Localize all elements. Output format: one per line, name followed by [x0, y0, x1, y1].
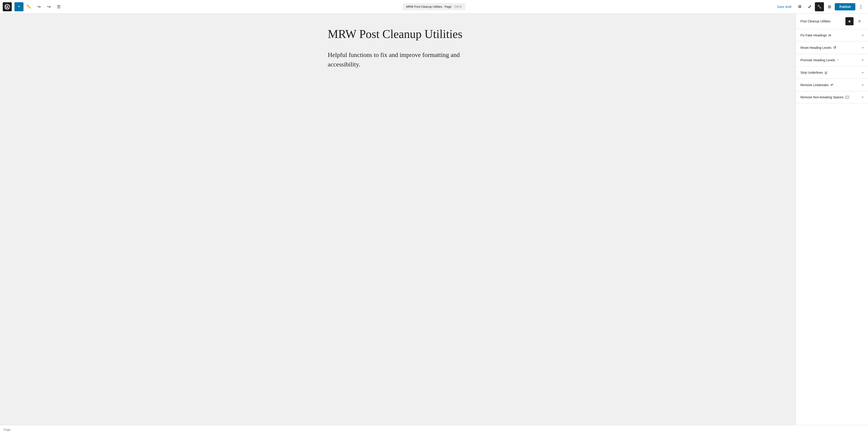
star-icon: ★ [848, 19, 851, 24]
accordion-label-group: Remove Non-breaking Spaces □ [800, 95, 849, 99]
accordion-item-remove-linebreaks: Remove Linebreaks ↵ ▾ [796, 79, 868, 91]
accordion-header-strip-underlines[interactable]: Strip Underlines U ▾ [796, 66, 868, 79]
accordion-header-remove-nonbreaking-spaces[interactable]: Remove Non-breaking Spaces □ ▾ [796, 91, 868, 103]
reset-icon: ↺ [833, 45, 836, 50]
sidebar-panel: Post Cleanup Utilities ★ ✕ Fix Fake Head… [796, 13, 868, 425]
accordion-header-promote-heading-levels[interactable]: Promote Heading Levels ↑ ▾ [796, 54, 868, 66]
list-icon: ☰ [57, 4, 61, 9]
sidebar-title: Post Cleanup Utilities [800, 20, 831, 23]
toolbar: + ✏️ ↩ ↪ ☰ MRW Post Cleanup Utilities · … [0, 0, 868, 13]
undo-button[interactable]: ↩ [34, 2, 43, 11]
accordion-label-remove-nonbreaking-spaces: Remove Non-breaking Spaces [800, 95, 844, 99]
keyboard-shortcut: Ctrl+K [454, 5, 462, 8]
redo-icon: ↪ [47, 4, 51, 9]
edit-mode-button[interactable]: ✏️ [24, 2, 33, 11]
sidebar-icon: ⊞ [828, 4, 831, 9]
promote-icon: ↑ [837, 58, 839, 62]
view-button[interactable]: 🖥 [795, 2, 804, 11]
wp-logo [3, 2, 12, 11]
heading-icon: H [829, 33, 831, 37]
main-area: MRW Post Cleanup Utilities Helpful funct… [0, 13, 868, 425]
publish-button[interactable]: Publish [835, 3, 855, 10]
edit-icon: ✏️ [27, 4, 31, 9]
chevron-icon-remove-nonbreaking-spaces: ▾ [862, 96, 864, 99]
accordion-header-reset-heading-levels[interactable]: Reset Heading Levels ↺ ▾ [796, 41, 868, 54]
chevron-icon-strip-underlines: ▾ [862, 71, 864, 74]
redo-button[interactable]: ↪ [44, 2, 53, 11]
chevron-icon-remove-linebreaks: ▾ [862, 84, 864, 87]
chevron-icon-fix-fake-headings: ▾ [862, 34, 864, 37]
footer: Page [0, 425, 868, 434]
editor-content: MRW Post Cleanup Utilities Helpful funct… [328, 27, 468, 69]
sidebar-toggle-button[interactable]: ⊞ [825, 2, 834, 11]
nonbreaking-space-icon: □ [845, 96, 849, 98]
favorite-button[interactable]: ★ [845, 17, 854, 25]
accordion-label-strip-underlines: Strip Underlines [800, 71, 823, 74]
accordion-label-group: Promote Heading Levels ↑ [800, 58, 839, 62]
wrench-icon: 🔧 [817, 4, 822, 9]
accordion-header-fix-fake-headings[interactable]: Fix Fake Headings H ▾ [796, 29, 868, 41]
accordion-header-remove-linebreaks[interactable]: Remove Linebreaks ↵ ▾ [796, 79, 868, 91]
more-options-button[interactable]: ⋮ [856, 2, 865, 11]
accordion-label-group: Reset Heading Levels ↺ [800, 45, 836, 50]
accordion-label-promote-heading-levels: Promote Heading Levels [800, 58, 835, 62]
wp-icon [4, 4, 10, 9]
chevron-icon-reset-heading-levels: ▾ [862, 46, 864, 49]
sidebar-header-actions: ★ ✕ [845, 17, 864, 25]
accordion-label-reset-heading-levels: Reset Heading Levels [800, 46, 831, 50]
save-draft-button[interactable]: Save draft [774, 4, 794, 10]
close-sidebar-button[interactable]: ✕ [855, 17, 864, 25]
expand-icon: ⤢ [808, 4, 811, 9]
doc-title: MRW Post Cleanup Utilities · Page [406, 5, 452, 8]
accordion-label-group: Fix Fake Headings H [800, 33, 831, 37]
monitor-icon: 🖥 [798, 4, 802, 9]
document-overview-button[interactable]: ☰ [54, 2, 63, 11]
accordion-item-promote-heading-levels: Promote Heading Levels ↑ ▾ [796, 54, 868, 66]
accordion-item-reset-heading-levels: Reset Heading Levels ↺ ▾ [796, 41, 868, 54]
editor: MRW Post Cleanup Utilities Helpful funct… [0, 13, 796, 425]
page-title[interactable]: MRW Post Cleanup Utilities [328, 27, 468, 41]
tools-button[interactable]: 🔧 [815, 2, 824, 11]
fullscreen-button[interactable]: ⤢ [805, 2, 814, 11]
accordion-item-fix-fake-headings: Fix Fake Headings H ▾ [796, 29, 868, 41]
accordion-label-group: Strip Underlines U [800, 70, 827, 74]
toolbar-center: MRW Post Cleanup Utilities · Page Ctrl+K [403, 3, 465, 10]
chevron-icon-promote-heading-levels: ▾ [862, 59, 864, 62]
undo-icon: ↩ [37, 4, 41, 9]
accordion-item-remove-nonbreaking-spaces: Remove Non-breaking Spaces □ ▾ [796, 91, 868, 103]
page-body[interactable]: Helpful functions to fix and improve for… [328, 50, 468, 69]
close-icon: ✕ [858, 19, 862, 24]
accordion-label-group: Remove Linebreaks ↵ [800, 83, 833, 87]
linebreak-icon: ↵ [831, 83, 833, 87]
add-block-button[interactable]: + [14, 2, 24, 11]
ellipsis-icon: ⋮ [859, 4, 863, 9]
underline-icon: U [825, 70, 827, 74]
accordion-label-fix-fake-headings: Fix Fake Headings [800, 33, 827, 37]
accordion-item-strip-underlines: Strip Underlines U ▾ [796, 66, 868, 79]
accordion-label-remove-linebreaks: Remove Linebreaks [800, 83, 829, 87]
add-icon: + [18, 4, 20, 9]
sidebar-header: Post Cleanup Utilities ★ ✕ [796, 13, 868, 29]
doc-info[interactable]: MRW Post Cleanup Utilities · Page Ctrl+K [403, 3, 465, 10]
footer-page-label: Page [4, 428, 10, 431]
toolbar-right: Save draft 🖥 ⤢ 🔧 ⊞ Publish ⋮ [774, 2, 865, 11]
